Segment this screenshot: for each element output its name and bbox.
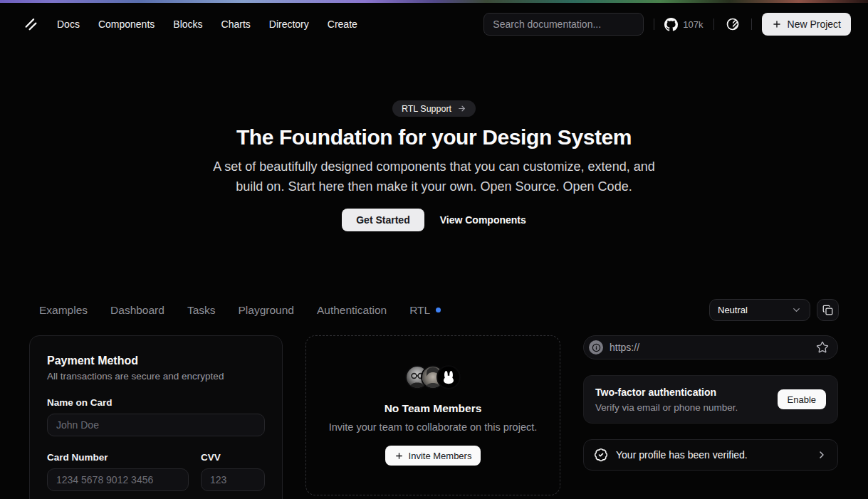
new-project-button[interactable]: New Project	[762, 13, 851, 36]
payment-card-title: Payment Method	[47, 354, 265, 367]
theme-toggle-icon	[726, 17, 740, 31]
rtl-support-badge[interactable]: RTL Support	[392, 100, 476, 117]
nav-right: 107k New Project	[483, 13, 851, 36]
tab-rtl[interactable]: RTL	[409, 304, 441, 317]
github-star-count: 107k	[683, 19, 703, 30]
divider	[751, 19, 752, 30]
copy-icon	[822, 305, 833, 315]
avatar-rabbit-logo	[438, 367, 459, 388]
cvv-label: CVV	[201, 452, 265, 463]
view-components-link[interactable]: View Components	[440, 214, 526, 226]
divider	[654, 19, 654, 30]
github-link[interactable]: 107k	[664, 18, 703, 31]
name-on-card-input[interactable]	[47, 414, 265, 436]
theme-toggle-button[interactable]	[724, 16, 741, 33]
badge-check-icon	[594, 448, 608, 462]
logo-slashes-icon	[23, 16, 38, 32]
team-card-description: Invite your team to collaborate on this …	[329, 421, 538, 433]
invite-members-button[interactable]: Invite Members	[385, 446, 481, 466]
tab-examples[interactable]: Examples	[39, 304, 88, 317]
cta-row: Get Started View Components	[0, 209, 868, 231]
badge-label: RTL Support	[402, 104, 451, 114]
star-icon[interactable]	[816, 341, 829, 354]
right-column: https:// Two-factor authentication Verif…	[583, 335, 838, 499]
nav-link-directory[interactable]: Directory	[269, 19, 309, 30]
nav-links: Docs Components Blocks Charts Directory …	[57, 19, 357, 30]
search-box[interactable]	[483, 13, 644, 36]
verified-text: Your profile has been verified.	[616, 449, 808, 461]
invite-members-label: Invite Members	[409, 451, 472, 461]
two-factor-card: Two-factor authentication Verify via ema…	[583, 375, 838, 424]
url-bar[interactable]: https://	[583, 335, 838, 359]
page-title: The Foundation for your Design System	[0, 125, 868, 149]
two-factor-description: Verify via email or phone number.	[595, 402, 738, 413]
nav-link-docs[interactable]: Docs	[57, 19, 80, 30]
team-members-card: No Team Members Invite your team to coll…	[305, 335, 560, 495]
nav-link-blocks[interactable]: Blocks	[173, 19, 202, 30]
example-tabs: Examples Dashboard Tasks Playground Auth…	[39, 304, 441, 317]
arrow-right-icon	[457, 104, 466, 113]
profile-verified-row[interactable]: Your profile has been verified.	[583, 439, 838, 471]
card-number-input[interactable]	[47, 468, 189, 491]
theme-select[interactable]: Neutral	[709, 299, 810, 321]
copy-button[interactable]	[817, 299, 839, 321]
nav-link-create[interactable]: Create	[328, 19, 357, 30]
payment-method-card: Payment Method All transactions are secu…	[29, 335, 283, 499]
nav-link-components[interactable]: Components	[98, 19, 155, 30]
hero-subtitle: A set of beautifully designed components…	[206, 157, 662, 196]
chevron-right-icon	[816, 449, 827, 461]
example-cards: Payment Method All transactions are secu…	[29, 335, 839, 499]
plus-icon	[394, 451, 404, 461]
tabs-row: Examples Dashboard Tasks Playground Auth…	[29, 299, 839, 321]
nav-link-charts[interactable]: Charts	[221, 19, 251, 30]
name-on-card-label: Name on Card	[47, 397, 265, 408]
tab-rtl-label: RTL	[409, 304, 430, 317]
enable-button[interactable]: Enable	[778, 389, 826, 409]
tab-tasks[interactable]: Tasks	[187, 304, 216, 317]
new-indicator-dot	[436, 308, 441, 312]
new-project-label: New Project	[788, 19, 841, 30]
theme-select-value: Neutral	[718, 305, 748, 315]
examples-section: Examples Dashboard Tasks Playground Auth…	[29, 299, 839, 499]
tab-dashboard[interactable]: Dashboard	[110, 304, 164, 317]
payment-card-subtitle: All transactions are secure and encrypte…	[47, 371, 265, 382]
logo[interactable]	[23, 16, 38, 32]
divider	[713, 19, 714, 30]
info-icon	[589, 340, 603, 354]
search-input[interactable]	[493, 19, 634, 30]
card-number-label: Card Number	[47, 452, 189, 463]
two-factor-text: Two-factor authentication Verify via ema…	[595, 387, 738, 413]
team-card-title: No Team Members	[385, 402, 482, 415]
get-started-button[interactable]: Get Started	[342, 209, 424, 231]
top-nav: Docs Components Blocks Charts Directory …	[0, 3, 868, 46]
rabbit-icon	[441, 369, 456, 385]
tab-authentication[interactable]: Authentication	[317, 304, 387, 317]
chevron-down-icon	[791, 305, 802, 315]
card-number-cvv-row: Card Number CVV	[47, 436, 265, 491]
tab-playground[interactable]: Playground	[239, 304, 294, 317]
avatar-group	[407, 367, 459, 388]
github-icon	[664, 18, 678, 31]
cvv-input[interactable]	[201, 468, 265, 491]
url-input-value[interactable]: https://	[610, 342, 816, 353]
plus-icon	[772, 19, 782, 29]
two-factor-title: Two-factor authentication	[595, 387, 738, 398]
hero-section: RTL Support The Foundation for your Desi…	[0, 46, 868, 231]
tabs-toolbar: Neutral	[709, 299, 839, 321]
